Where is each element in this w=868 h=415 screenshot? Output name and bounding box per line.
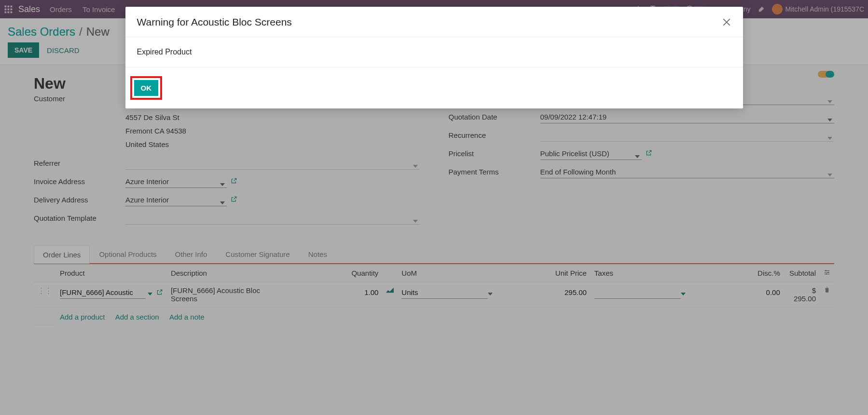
- modal-body: Expired Product: [125, 37, 743, 67]
- warning-modal: Warning for Acoustic Bloc Screens Expire…: [125, 7, 743, 108]
- close-icon[interactable]: [722, 17, 731, 27]
- ok-button[interactable]: OK: [134, 80, 159, 96]
- modal-title: Warning for Acoustic Bloc Screens: [137, 16, 722, 28]
- ok-highlight: OK: [130, 76, 163, 100]
